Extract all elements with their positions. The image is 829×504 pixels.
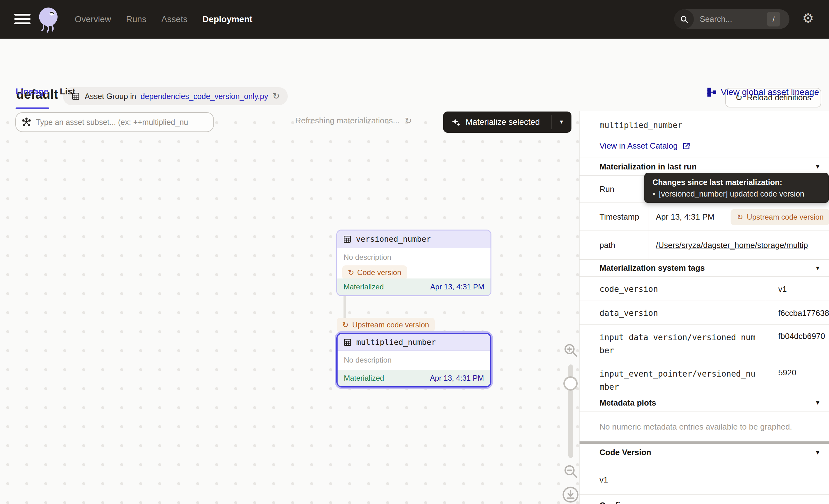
tag-key: input_data_version/versioned_number [600, 331, 757, 357]
table-column-divider [766, 277, 766, 394]
code-version-tag-label: Code version [357, 268, 401, 277]
nav-links: Overview Runs Assets Deployment [75, 0, 252, 39]
path-row: path /Users/sryza/dagster_home/storage/m… [580, 230, 829, 259]
materialized-timestamp[interactable]: Apr 13, 4:31 PM [430, 374, 484, 383]
asset-details-panel: multiplied_number View in Asset Catalog … [579, 111, 829, 504]
materialize-selected-button[interactable]: Materialize selected ▼ [443, 111, 572, 133]
tab-row: Lineage List View global asset lineage [0, 74, 829, 111]
path-value-link[interactable]: /Users/sryza/dagster_home/storage/multip [656, 241, 829, 250]
tag-value: v1 [778, 284, 829, 294]
materialized-status: Materialized [344, 374, 384, 383]
nav-item-overview[interactable]: Overview [75, 14, 111, 24]
tag-value: f6ccba177638 [778, 309, 829, 318]
top-nav-bar: Overview Runs Assets Deployment / ⚙ [0, 0, 829, 39]
tooltip-title: Changes since last materialization: [652, 178, 821, 187]
external-link-icon [682, 142, 691, 150]
upstream-sync-icon: ↻ [737, 213, 743, 221]
asset-node-header: multiplied_number [337, 334, 490, 351]
changes-tooltip: Changes since last materialization: • [v… [644, 173, 829, 203]
code-version-sync-icon: ↻ [348, 269, 354, 276]
collapse-caret-icon: ▼ [815, 163, 821, 170]
section-header-label: Config [600, 501, 625, 504]
collapse-caret-icon: ▼ [815, 449, 821, 456]
asset-node-footer: Materialized Apr 13, 4:31 PM [337, 370, 490, 386]
asset-node-footer: Materialized Apr 13, 4:31 PM [337, 279, 491, 295]
collapse-caret-icon: ▼ [815, 399, 821, 406]
upstream-sync-icon: ↻ [342, 321, 349, 329]
asset-node-versioned-number[interactable]: versioned_number No description ↻ Code v… [336, 229, 492, 296]
section-header-label: Materialization system tags [600, 263, 705, 273]
metadata-plots-empty-message: No numeric metadata entries available to… [600, 422, 792, 432]
section-config[interactable]: Config [580, 497, 829, 504]
search-input[interactable] [700, 9, 762, 29]
materialized-timestamp[interactable]: Apr 13, 4:31 PM [430, 283, 484, 291]
section-code-version[interactable]: Code Version ▼ [580, 444, 829, 461]
tooltip-item: [versioned_number] updated code version [659, 189, 804, 199]
code-version-value: v1 [600, 475, 608, 485]
table-row: input_event_pointer/versioned_number 592… [580, 361, 829, 394]
section-metadata-plots[interactable]: Metadata plots ▼ [580, 394, 829, 411]
timestamp-label: Timestamp [600, 212, 639, 222]
panel-asset-name: multiplied_number [600, 120, 682, 130]
nav-item-runs[interactable]: Runs [126, 14, 146, 24]
timestamp-row: Timestamp Apr 13, 4:31 PM ↻ Upstream cod… [580, 203, 829, 230]
page-header: default Asset Group in dependencies_code… [0, 39, 829, 74]
view-in-asset-catalog-link[interactable]: View in Asset Catalog [600, 141, 691, 151]
view-global-asset-lineage-link[interactable]: View global asset lineage [707, 87, 819, 97]
tag-key: code_version [600, 284, 658, 294]
tag-value: 5920 [778, 368, 829, 377]
materialized-status: Materialized [344, 283, 384, 291]
asset-subset-filter[interactable] [15, 112, 214, 132]
asset-node-multiplied-number[interactable]: multiplied_number No description Materia… [336, 333, 492, 388]
sparkle-icon [451, 117, 461, 127]
search-box[interactable]: / [674, 9, 789, 29]
asset-table-icon [343, 235, 352, 244]
active-tab-underline [15, 107, 49, 109]
zoom-slider-handle[interactable] [563, 376, 578, 391]
tab-lineage[interactable]: Lineage [15, 86, 48, 97]
zoom-in-icon[interactable] [563, 342, 579, 358]
code-version-tag: ↻ Code version [342, 265, 407, 280]
upstream-code-version-label: Upstream code version [352, 321, 429, 329]
nav-item-deployment[interactable]: Deployment [203, 14, 252, 24]
settings-gear-icon[interactable]: ⚙ [802, 12, 814, 25]
table-row: code_version v1 [580, 277, 829, 301]
section-header-label: Code Version [600, 447, 651, 457]
asset-table-icon [343, 338, 352, 347]
asset-subset-input[interactable] [36, 118, 204, 127]
upstream-code-version-label: Upstream code version [747, 213, 824, 221]
dagster-logo-icon[interactable] [35, 6, 63, 34]
tag-key: data_version [600, 309, 658, 318]
collapse-caret-icon: ▼ [815, 265, 821, 272]
asset-node-header: versioned_number [337, 230, 491, 248]
hamburger-menu-icon[interactable] [14, 14, 31, 26]
table-row: data_version f6ccba177638 [580, 301, 829, 325]
view-in-asset-catalog-label: View in Asset Catalog [600, 141, 678, 151]
materialize-selected-label: Materialize selected [466, 117, 540, 127]
search-shortcut-badge: / [767, 12, 780, 27]
asset-graph-canvas[interactable]: Refreshing materializations... ↻ Materia… [0, 111, 579, 504]
search-icon [674, 9, 694, 29]
asset-node-description: No description [337, 351, 490, 364]
lineage-graph-icon [707, 87, 717, 97]
upstream-code-version-tag: ↻ Upstream code version [731, 209, 829, 225]
upstream-code-version-tag: ↻ Upstream code version [337, 318, 435, 332]
refreshing-status: Refreshing materializations... ↻ [295, 116, 412, 125]
tooltip-bullet: • [652, 189, 655, 199]
row-divider [580, 494, 829, 495]
asset-node-name: versioned_number [356, 235, 431, 244]
path-label: path [600, 241, 615, 250]
asset-node-name: multiplied_number [356, 338, 436, 347]
table-row: input_data_version/versioned_number fb04… [580, 325, 829, 361]
nav-item-assets[interactable]: Assets [161, 14, 187, 24]
download-view-icon[interactable] [562, 486, 579, 503]
materialize-dropdown-caret[interactable]: ▼ [552, 119, 571, 125]
section-materialization-system-tags[interactable]: Materialization system tags ▼ [580, 259, 829, 277]
refresh-icon[interactable]: ↻ [404, 116, 412, 125]
section-divider [580, 441, 829, 444]
zoom-out-icon[interactable] [563, 463, 579, 479]
view-global-asset-lineage-label: View global asset lineage [721, 87, 819, 97]
asset-node-description: No description [337, 248, 491, 262]
asset-subset-icon [22, 117, 31, 127]
tab-list[interactable]: List [60, 86, 75, 97]
